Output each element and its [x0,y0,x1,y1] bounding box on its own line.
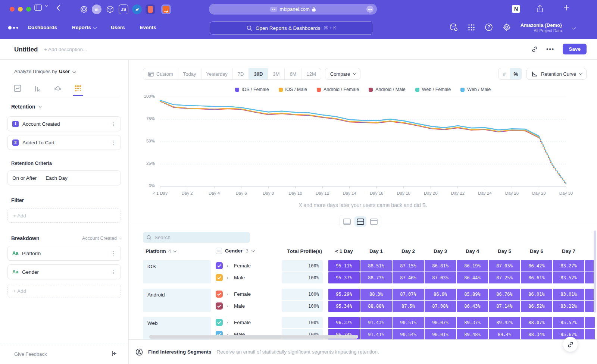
back-icon[interactable] [56,4,60,11]
breakdown-platform[interactable]: Aa Platform ⋮ [7,246,121,261]
tab-insights[interactable] [11,81,24,96]
tab-retention[interactable] [72,81,84,96]
sidebar-toggle-icon[interactable] [34,4,42,11]
expand-row-icon[interactable]: › [226,275,228,280]
extension-icon-soundcloud[interactable] [161,4,171,14]
retention-cell[interactable]: 86.81% [425,260,456,272]
retention-line-chart[interactable] [158,95,568,192]
legend-item[interactable]: Web / Male [460,87,491,92]
tab-funnels[interactable] [31,81,44,96]
select-all-checkbox[interactable] [216,248,222,254]
retention-cell[interactable]: 89.4% [489,329,520,339]
retention-cell[interactable]: 83.01% [553,289,584,300]
give-feedback-link[interactable]: Give Feedback [14,351,47,357]
retention-cell[interactable]: 83.22% [553,301,584,312]
help-icon[interactable] [485,23,493,33]
notion-extension-icon[interactable]: N [512,5,520,13]
retention-cell[interactable]: 88.73% [360,272,392,283]
retention-cell[interactable]: 86.19% [457,260,488,272]
retention-cell[interactable]: 86.6% [425,289,456,300]
range-6m[interactable]: 6M [285,68,301,79]
retention-cell[interactable]: 88.51% [360,260,392,272]
retention-cell[interactable]: 95.34% [328,301,360,312]
mixpanel-logo[interactable] [8,26,18,29]
breakdown-scope-dropdown[interactable]: Account Created [82,236,121,241]
row-checkbox[interactable] [216,274,223,281]
retention-cell[interactable]: 89.37% [457,317,488,328]
layout-split-button[interactable] [354,216,366,227]
retention-cell[interactable]: 86.52% [521,301,552,312]
expand-row-icon[interactable]: › [226,320,228,325]
retention-cell[interactable]: 91.43% [360,317,392,328]
range-30d[interactable]: 30D [249,68,268,79]
retention-step-2[interactable]: 2 Added To Cart ⋮ [7,135,121,150]
share-icon[interactable] [537,5,543,13]
retention-cell[interactable]: 95.37% [328,272,360,283]
retention-cell[interactable]: 85.52% [553,317,584,328]
compare-button[interactable]: Compare [325,68,360,80]
extension-icon-m[interactable]: m [92,4,101,14]
step-menu-icon[interactable]: ⋮ [111,139,116,145]
retention-cell[interactable]: 91.41% [360,329,392,339]
legend-item[interactable]: Web / Female [415,87,451,92]
add-description[interactable]: + Add description... [44,47,87,52]
retention-cell[interactable]: 87.03% [425,272,456,283]
retention-cell[interactable]: 87.5% [393,301,424,312]
add-breakdown-button[interactable]: + Add [7,284,121,298]
breakdown-menu-icon[interactable]: ⋮ [111,250,116,256]
retention-cell[interactable]: 83.52% [553,272,584,283]
tab-chevron-icon[interactable] [45,4,47,7]
retention-cell[interactable]: 87.03% [489,260,520,272]
data-management-icon[interactable] [450,23,458,33]
legend-item[interactable]: iOS / Female [235,87,269,92]
retention-cell[interactable]: 87.08% [425,301,456,312]
expand-row-icon[interactable]: › [226,291,228,297]
horizontal-scrollbar[interactable] [149,335,358,339]
step-menu-icon[interactable]: ⋮ [111,121,116,127]
range-3m[interactable]: 3M [268,68,285,79]
retention-cell[interactable]: 88.34% [521,329,552,339]
layout-chart-only-button[interactable] [341,216,353,227]
retention-cell[interactable]: 87.07% [393,289,424,300]
vertical-scrollbar[interactable] [594,230,596,313]
share-link-fab[interactable] [563,337,578,352]
retention-cell[interactable]: 90.51% [393,317,424,328]
extension-icon-js[interactable]: JS [119,4,128,14]
table-search[interactable] [143,232,250,243]
segments-title[interactable]: Find Interesting Segments [148,349,212,355]
retention-cell-clipped[interactable] [585,329,595,339]
retention-step-1[interactable]: 1 Account Created ⋮ [7,116,121,131]
breakdown-gender[interactable]: Aa Gender ⋮ [7,264,121,279]
retention-cell[interactable]: 83.27% [553,260,584,272]
retention-cell[interactable]: 86.61% [521,272,552,283]
copy-link-icon[interactable] [531,46,538,53]
row-checkbox[interactable] [216,291,223,298]
legend-item[interactable]: Android / Male [369,87,406,92]
retention-cell[interactable]: 88.07% [521,317,552,328]
breakdown-menu-icon[interactable]: ⋮ [111,269,116,275]
retention-cell[interactable]: 86.01% [521,289,552,300]
close-window-icon[interactable] [10,7,15,12]
retention-cell[interactable]: 87.25% [489,272,520,283]
retention-cell[interactable]: 86.42% [521,260,552,272]
extension-icon-cube[interactable] [105,4,115,14]
row-checkbox[interactable] [216,262,223,269]
nav-item-reports[interactable]: Reports [72,25,96,30]
table-search-input[interactable] [154,235,246,240]
global-search-button[interactable]: Open Reports & Dashboards ⌘ + K [210,21,373,35]
extension-icon-red-tile[interactable] [146,4,155,14]
collapse-sidebar-icon[interactable] [112,351,117,357]
retention-cell[interactable]: 96.37% [328,317,360,328]
legend-item[interactable]: Android / Female [317,87,359,92]
retention-cell[interactable]: 86.44% [457,272,488,283]
retention-cell[interactable]: 87.15% [393,260,424,272]
retention-criteria-control[interactable]: On or After Each Day [7,170,121,185]
retention-cell[interactable]: 90.07% [425,317,456,328]
nav-item-events[interactable]: Events [140,25,156,30]
platform-column-header[interactable]: Platform4 [146,248,176,254]
retention-cell[interactable]: 95.11% [328,260,360,272]
retention-cell[interactable]: 85.89% [457,289,488,300]
maximize-window-icon[interactable] [26,7,31,12]
retention-cell-clipped[interactable] [585,317,595,328]
criteria-on-or-after[interactable]: On or After [12,175,37,181]
